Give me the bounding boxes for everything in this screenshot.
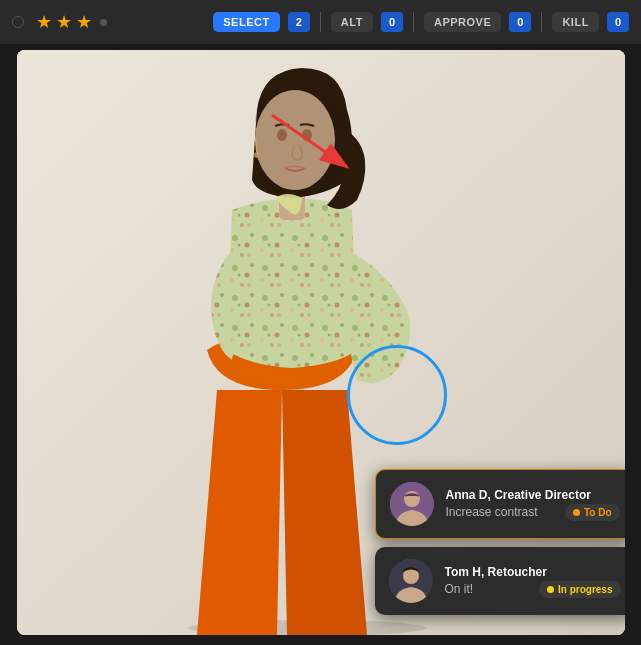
tom-name: Tom H, Retoucher xyxy=(445,565,621,579)
select-count: 2 xyxy=(288,12,310,32)
anna-status-dot xyxy=(573,509,580,516)
anna-status-badge: To Do xyxy=(565,504,620,521)
tom-status-badge: In progress xyxy=(539,581,620,598)
alt-count: 0 xyxy=(381,12,403,32)
svg-point-13 xyxy=(302,129,312,141)
comment-cards-container: Anna D, Creative Director Increase contr… xyxy=(375,469,625,615)
kill-count: 0 xyxy=(607,12,629,32)
tom-comment-text: On it! xyxy=(445,582,474,596)
toolbar: ★ ★ ★ SELECT 2 ALT 0 APPROVE 0 KILL 0 xyxy=(0,0,641,44)
tom-comment-row: On it! In progress xyxy=(445,581,621,598)
alt-button[interactable]: ALT xyxy=(331,12,373,32)
anna-status-label: To Do xyxy=(584,507,612,518)
svg-point-14 xyxy=(254,152,260,158)
tom-status-label: In progress xyxy=(558,584,612,595)
comment-card-tom[interactable]: Tom H, Retoucher On it! In progress xyxy=(375,547,625,615)
stars-container: ★ ★ ★ xyxy=(36,13,92,31)
avatar-anna xyxy=(390,482,434,526)
avatar-tom xyxy=(389,559,433,603)
toolbar-circle xyxy=(12,16,24,28)
kill-button[interactable]: KILL xyxy=(552,12,598,32)
tom-comment-content: Tom H, Retoucher On it! In progress xyxy=(445,565,621,598)
image-canvas: Anna D, Creative Director Increase contr… xyxy=(17,50,625,635)
star-1: ★ xyxy=(36,13,52,31)
anna-comment-content: Anna D, Creative Director Increase contr… xyxy=(446,488,620,521)
dot-indicator xyxy=(100,19,107,26)
approve-button[interactable]: APPROVE xyxy=(424,12,501,32)
star-3: ★ xyxy=(76,13,92,31)
star-2: ★ xyxy=(56,13,72,31)
anna-comment-text: Increase contrast xyxy=(446,505,538,519)
select-button[interactable]: SELECT xyxy=(213,12,279,32)
tom-status-dot xyxy=(547,586,554,593)
approve-count: 0 xyxy=(509,12,531,32)
comment-card-anna[interactable]: Anna D, Creative Director Increase contr… xyxy=(375,469,625,539)
model-background: Anna D, Creative Director Increase contr… xyxy=(17,50,625,635)
divider-3 xyxy=(541,12,542,32)
anna-name: Anna D, Creative Director xyxy=(446,488,620,502)
svg-point-12 xyxy=(277,129,287,141)
anna-comment-row: Increase contrast To Do xyxy=(446,504,620,521)
divider-2 xyxy=(413,12,414,32)
divider-1 xyxy=(320,12,321,32)
